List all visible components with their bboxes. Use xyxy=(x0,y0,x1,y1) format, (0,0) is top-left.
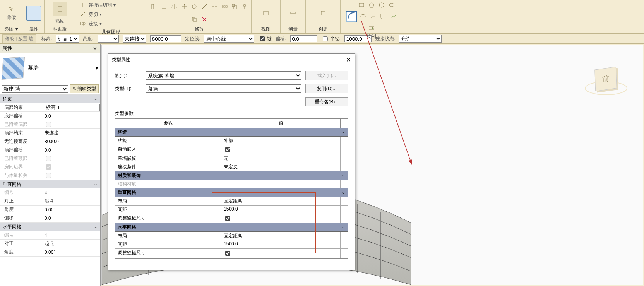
align-icon[interactable] xyxy=(150,3,158,10)
height-input[interactable] xyxy=(150,35,181,42)
offset-icon[interactable] xyxy=(160,3,168,10)
tangent-arc-icon[interactable] xyxy=(369,13,377,21)
properties-panel: 属性 ✕ 幕墙 ▾ 新建 墙 ✎ 编辑类型 约束⌄ 底部约束 底部偏移0.0 已… xyxy=(0,44,101,286)
pt-section-construction[interactable]: 构造⌄ xyxy=(115,128,348,137)
measure-icon[interactable] xyxy=(289,9,297,17)
pt-key: 布局 xyxy=(115,232,221,240)
trim-icon[interactable] xyxy=(200,3,208,10)
section-constraints[interactable]: 约束⌄ xyxy=(0,95,100,103)
family-select[interactable]: 系统族:幕墙 xyxy=(146,71,301,80)
coping-icon[interactable] xyxy=(79,1,87,9)
type-name[interactable]: 幕墙 xyxy=(28,65,92,72)
prop-key: 已附着顶部 xyxy=(0,155,43,162)
circle-icon[interactable] xyxy=(378,1,385,9)
array-icon[interactable] xyxy=(221,3,228,10)
type-label: 类型(T): xyxy=(115,86,142,92)
copy-icon[interactable] xyxy=(190,15,198,23)
pin-icon[interactable] xyxy=(241,3,248,10)
pt-value[interactable]: 固定距离 xyxy=(221,197,341,205)
prop-value[interactable]: 起点 xyxy=(43,240,100,247)
viewcube-face[interactable]: 前 xyxy=(594,67,617,91)
pt-value[interactable]: 无 xyxy=(221,154,341,163)
pt-value[interactable]: 1500.0 xyxy=(221,240,341,248)
ribbon-group-create: 创建 xyxy=(306,0,341,33)
create-icon[interactable] xyxy=(319,9,327,17)
modify-button[interactable]: 修改 xyxy=(7,14,16,21)
copy-button[interactable]: 复制(D)... xyxy=(305,84,348,93)
paste-icon[interactable] xyxy=(53,2,67,16)
hgrid-adjust-checkbox[interactable] xyxy=(225,251,230,256)
coping-button[interactable]: 连接端切割 xyxy=(89,2,112,9)
prop-value[interactable]: 8000.0 xyxy=(43,139,100,144)
edit-type-button[interactable]: ✎ 编辑类型 xyxy=(70,84,99,93)
svg-rect-15 xyxy=(359,3,364,7)
col-value: 值 xyxy=(221,119,341,128)
level-select[interactable]: 标高 1 xyxy=(56,35,79,43)
pt-section-hgrid[interactable]: 水平网格⌄ xyxy=(115,223,348,232)
close-icon[interactable]: ✕ xyxy=(346,56,351,63)
ribbon-group-label[interactable]: 选择 ▼ xyxy=(2,25,21,33)
ribbon: 修改 选择 ▼ 属性 粘贴 剪贴板 连接端切割▾ 剪切▾ 连接▾ 几何图形 xyxy=(0,0,644,34)
rotate-icon[interactable] xyxy=(190,3,198,10)
prop-value[interactable]: 未连接 xyxy=(43,130,100,136)
paste-button[interactable]: 粘贴 xyxy=(55,18,65,24)
radius-label: 半径: xyxy=(330,36,341,42)
polygon-icon[interactable] xyxy=(368,1,375,9)
type-select[interactable]: 幕墙 xyxy=(146,84,301,93)
prop-key: 编号 xyxy=(0,189,43,196)
rect-icon[interactable] xyxy=(358,1,365,9)
fillet-arc-icon[interactable] xyxy=(379,13,387,21)
line-icon[interactable] xyxy=(348,1,355,9)
view-cube[interactable]: 前 xyxy=(585,64,627,99)
start-end-radius-arc-icon[interactable] xyxy=(346,11,357,22)
svg-point-4 xyxy=(192,5,196,9)
locline-select[interactable]: 墙中心线 xyxy=(204,35,254,43)
properties-icon[interactable] xyxy=(26,6,41,21)
base-constraint-input[interactable] xyxy=(45,104,100,111)
split-icon[interactable] xyxy=(211,3,218,10)
section-vgrid[interactable]: 垂直网格⌄ xyxy=(0,180,100,188)
pt-section-materials[interactable]: 材质和装饰⌄ xyxy=(115,171,348,180)
prop-value[interactable]: 0.00° xyxy=(43,250,100,255)
instance-selector[interactable]: 新建 墙 xyxy=(2,85,68,93)
prop-value[interactable]: 0.0 xyxy=(43,216,100,221)
spline-icon[interactable] xyxy=(389,13,397,21)
chain-checkbox[interactable] xyxy=(260,36,265,41)
radius-checkbox[interactable] xyxy=(323,36,328,41)
cut-button[interactable]: 剪切 xyxy=(89,11,98,18)
pt-value[interactable]: 固定距离 xyxy=(221,232,341,240)
height-mode-select[interactable] xyxy=(98,35,119,43)
join-icon[interactable] xyxy=(79,20,87,27)
ribbon-group-label: 创建 xyxy=(307,25,339,33)
delete-icon[interactable] xyxy=(200,15,208,23)
close-icon[interactable]: ✕ xyxy=(92,46,98,51)
cursor-icon[interactable] xyxy=(8,5,15,13)
joinstate-select[interactable]: 允许 xyxy=(399,35,442,43)
auto-embed-checkbox[interactable] xyxy=(225,147,230,152)
move-icon[interactable] xyxy=(180,3,188,10)
prop-value[interactable]: 起点 xyxy=(43,198,100,204)
svg-point-19 xyxy=(372,27,373,29)
pt-value[interactable]: 外部 xyxy=(221,137,341,145)
prop-value[interactable]: 0.0 xyxy=(43,147,100,153)
join-button[interactable]: 连接 xyxy=(89,21,98,27)
height-constraint-select[interactable]: 未连接 xyxy=(123,35,146,43)
scale-icon[interactable] xyxy=(231,3,238,10)
vgrid-adjust-checkbox[interactable] xyxy=(225,216,230,221)
prop-value[interactable]: 0.00° xyxy=(43,207,100,212)
pt-value[interactable]: 1500.0 xyxy=(221,206,341,214)
ellipse-icon[interactable] xyxy=(388,1,396,9)
pt-value[interactable]: 未定义 xyxy=(221,163,341,171)
pick-lines-icon[interactable] xyxy=(368,24,375,32)
prop-value[interactable]: 0.0 xyxy=(43,113,100,119)
cut-icon[interactable] xyxy=(79,10,87,18)
chevron-down-icon[interactable]: ▾ xyxy=(96,65,98,71)
offset-input[interactable] xyxy=(290,35,317,42)
pt-section-vgrid[interactable]: 垂直网格⌄ xyxy=(115,188,348,197)
prop-key: 偏移 xyxy=(0,215,43,221)
rename-button[interactable]: 重命名(R)... xyxy=(305,97,348,106)
view-icon[interactable] xyxy=(262,9,270,17)
section-hgrid[interactable]: 水平网格⌄ xyxy=(0,223,100,231)
mirror-icon[interactable] xyxy=(170,3,178,10)
arc-center-icon[interactable] xyxy=(359,13,367,21)
